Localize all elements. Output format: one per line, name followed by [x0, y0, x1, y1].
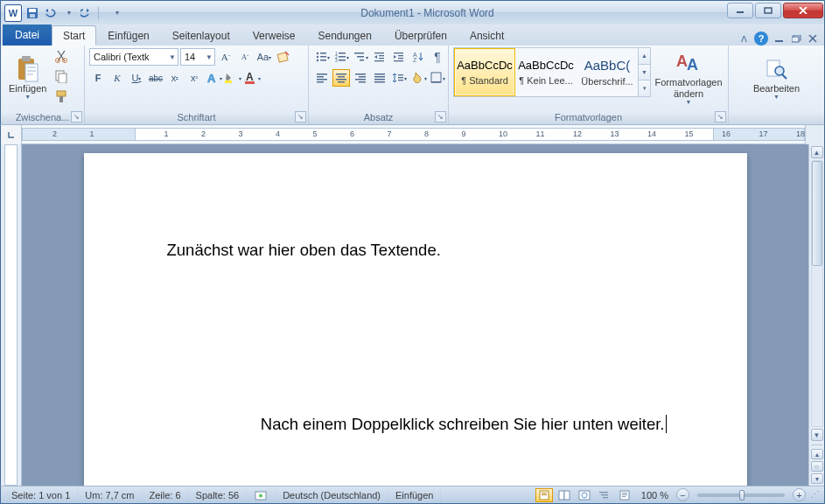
change-case-icon[interactable]: Aa▾	[255, 48, 273, 66]
bold-button[interactable]: F	[89, 69, 107, 87]
svg-rect-15	[57, 91, 66, 96]
bullets-icon[interactable]: ▾	[313, 48, 331, 66]
align-left-icon[interactable]	[313, 69, 331, 87]
maximize-button[interactable]	[755, 3, 781, 18]
tab-references[interactable]: Verweise	[241, 25, 307, 46]
justify-icon[interactable]	[371, 69, 388, 87]
format-painter-icon[interactable]	[52, 88, 70, 105]
file-tab[interactable]: Datei	[3, 24, 52, 46]
next-page-icon[interactable]: ▾	[811, 473, 823, 484]
font-dialog-launcher[interactable]: ↘	[295, 111, 306, 122]
prev-page-icon[interactable]: ▴	[811, 449, 823, 459]
ribbon-restore-window-icon[interactable]	[792, 35, 801, 43]
close-button[interactable]	[783, 3, 823, 18]
zoom-value[interactable]: 100 %	[636, 490, 674, 500]
document-viewport[interactable]: Zunächst war hier oben das Textende. Nac…	[22, 144, 808, 486]
highlight-icon[interactable]: ▾	[224, 69, 241, 87]
minimize-button[interactable]	[727, 3, 753, 18]
numbering-icon[interactable]: 123▾	[332, 48, 350, 66]
status-macro[interactable]	[247, 486, 276, 503]
scroll-thumb[interactable]	[812, 161, 822, 266]
sort-icon[interactable]: AZ	[409, 48, 427, 66]
zoom-in-button[interactable]: +	[793, 488, 806, 501]
style-standard[interactable]: AaBbCcDc ¶ Standard	[454, 48, 515, 96]
tab-mailings[interactable]: Sendungen	[306, 25, 382, 46]
status-line[interactable]: Zeile: 6	[143, 486, 189, 503]
ruler-toggle[interactable]	[805, 125, 824, 144]
align-right-icon[interactable]	[352, 69, 369, 87]
font-color-icon[interactable]: A▾	[243, 69, 261, 87]
undo-dropdown-icon[interactable]: ▼	[61, 5, 77, 21]
style-gallery-controls[interactable]: ▲▼▾	[638, 48, 650, 96]
help-icon[interactable]: ?	[754, 32, 768, 46]
line-spacing-icon[interactable]: ▾	[390, 69, 408, 87]
status-column[interactable]: Spalte: 56	[189, 486, 248, 503]
clear-formatting-icon[interactable]	[275, 48, 292, 66]
tab-review[interactable]: Überprüfen	[383, 25, 458, 46]
increase-indent-icon[interactable]	[390, 48, 408, 66]
align-center-icon[interactable]	[332, 69, 350, 87]
resize-grip-icon[interactable]: ⋰	[808, 489, 821, 500]
ribbon-min-window-icon[interactable]	[775, 35, 785, 43]
multilevel-list-icon[interactable]: ▾	[352, 48, 369, 66]
view-print-layout-icon[interactable]	[535, 488, 553, 502]
style-heading1[interactable]: AaBbC( Überschrif...	[577, 48, 638, 96]
save-icon[interactable]	[24, 5, 40, 21]
status-page[interactable]: Seite: 1 von 1	[4, 486, 78, 503]
zoom-out-button[interactable]: −	[676, 488, 689, 501]
styles-dialog-launcher[interactable]: ↘	[715, 111, 726, 122]
borders-icon[interactable]: ▾	[429, 69, 446, 87]
superscript-icon[interactable]: x²	[185, 69, 203, 87]
app-icon[interactable]: W	[4, 4, 22, 22]
svg-rect-57	[355, 79, 366, 80]
browse-object-icon[interactable]: ○	[811, 461, 823, 472]
undo-icon[interactable]	[43, 5, 59, 21]
grow-font-icon[interactable]: Aˆ	[217, 48, 234, 66]
view-draft-icon[interactable]	[616, 488, 633, 502]
italic-button[interactable]: K	[108, 69, 126, 87]
cut-icon[interactable]	[52, 47, 70, 65]
change-styles-button[interactable]: AA Formatvorlagen ändern ▼	[654, 47, 724, 107]
ribbon-close-window-icon[interactable]	[808, 35, 817, 43]
clipboard-dialog-launcher[interactable]: ↘	[71, 111, 82, 122]
copy-icon[interactable]	[52, 67, 70, 85]
style-no-spacing[interactable]: AaBbCcDc ¶ Kein Lee...	[515, 48, 577, 96]
scroll-down-icon[interactable]: ▼	[811, 429, 823, 441]
subscript-icon[interactable]: x₂	[166, 69, 184, 87]
view-fullscreen-reading-icon[interactable]	[556, 488, 573, 502]
editing-button[interactable]: Bearbeiten ▼	[750, 47, 803, 107]
tab-selector[interactable]	[1, 125, 22, 144]
paste-button[interactable]: Einfügen ▼	[5, 47, 50, 107]
zoom-slider-thumb[interactable]	[739, 490, 745, 500]
status-language[interactable]: Deutsch (Deutschland)	[276, 486, 388, 503]
font-name-combo[interactable]: Calibri (Textk▼	[89, 48, 178, 66]
vertical-scrollbar[interactable]: ▲ ▼ ▴ ○ ▾	[808, 144, 824, 486]
text-effects-icon[interactable]: A▾	[205, 69, 222, 87]
status-position[interactable]: Um: 7,7 cm	[78, 486, 142, 503]
tab-pagelayout[interactable]: Seitenlayout	[161, 25, 241, 46]
horizontal-ruler[interactable]: 21123456789101112131415161718	[22, 125, 805, 144]
underline-button[interactable]: U▾	[128, 69, 145, 87]
scroll-track[interactable]	[811, 160, 823, 427]
decrease-indent-icon[interactable]	[371, 48, 388, 66]
paragraph-dialog-launcher[interactable]: ↘	[435, 111, 446, 122]
view-web-layout-icon[interactable]	[576, 488, 593, 502]
shading-icon[interactable]: ▾	[409, 69, 427, 87]
view-outline-icon[interactable]	[596, 488, 613, 502]
status-insert-mode[interactable]: Einfügen	[388, 486, 441, 503]
vertical-ruler[interactable]	[1, 144, 22, 486]
shrink-font-icon[interactable]: Aˇ	[236, 48, 254, 66]
strikethrough-button[interactable]: abc	[147, 69, 164, 87]
font-size-combo[interactable]: 14▼	[180, 48, 215, 66]
minimize-ribbon-icon[interactable]: ᐱ	[741, 34, 747, 44]
zoom-slider[interactable]	[697, 494, 785, 497]
tab-view[interactable]: Ansicht	[458, 25, 515, 46]
scroll-up-icon[interactable]: ▲	[811, 146, 823, 158]
qat-customize-icon[interactable]: ▼	[109, 5, 125, 21]
tab-start[interactable]: Start	[52, 25, 96, 46]
svg-rect-3	[737, 11, 744, 13]
tab-insert[interactable]: Einfügen	[96, 25, 160, 46]
show-marks-icon[interactable]: ¶	[429, 48, 446, 66]
redo-icon[interactable]	[80, 5, 95, 21]
page[interactable]: Zunächst war hier oben das Textende. Nac…	[84, 153, 747, 486]
